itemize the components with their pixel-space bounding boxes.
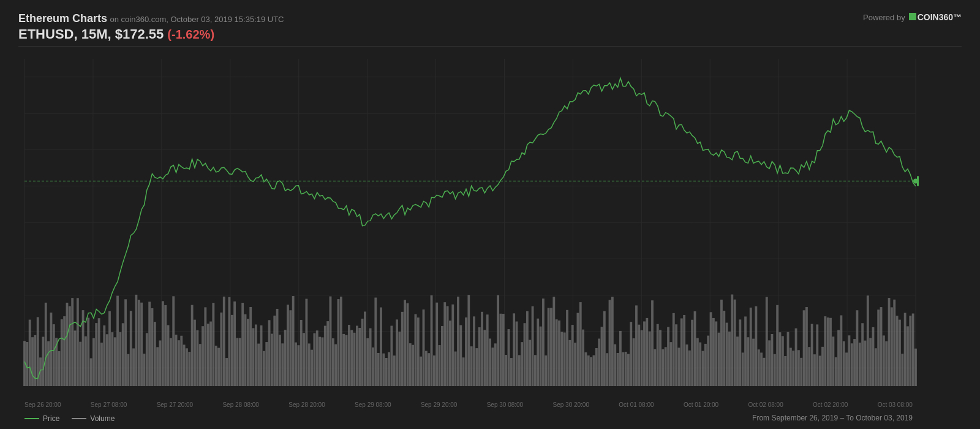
x-tick: Sep 27 08:00 xyxy=(91,401,127,408)
x-tick: Sep 28 20:00 xyxy=(288,401,325,408)
volume-legend-icon xyxy=(72,418,86,419)
x-tick: Sep 29 20:00 xyxy=(421,401,458,408)
ticker-info: ETHUSD, 15M, $172.55 (-1.62%) xyxy=(18,26,284,42)
powered-by: Powered by COIN360™ xyxy=(863,12,962,22)
coin360-logo: COIN360™ xyxy=(909,12,962,22)
chart-main xyxy=(18,53,919,398)
x-tick: Oct 02 08:00 xyxy=(748,401,783,408)
header: Ethereum Charts on coin360.com, October … xyxy=(18,12,962,42)
x-tick: Sep 28 08:00 xyxy=(222,401,259,408)
x-tick: Sep 29 08:00 xyxy=(355,401,391,408)
header-divider xyxy=(18,46,962,47)
x-tick: Oct 01 08:00 xyxy=(619,401,654,408)
price-legend-icon xyxy=(24,418,39,419)
bottom-row: Price Volume From September 26, 2019 – T… xyxy=(18,411,913,423)
x-tick: Oct 01 20:00 xyxy=(684,401,718,408)
x-tick: Oct 03 08:00 xyxy=(878,401,913,408)
chart-title: Ethereum Charts on coin360.com, October … xyxy=(18,12,284,25)
x-tick: Sep 30 08:00 xyxy=(487,401,524,408)
chart-area: Sep 26 20:00Sep 27 08:00Sep 27 20:00Sep … xyxy=(18,53,962,423)
x-tick: Sep 26 20:00 xyxy=(24,401,61,408)
chart-wrapper xyxy=(18,53,962,398)
x-tick: Sep 30 20:00 xyxy=(553,401,590,408)
x-axis: Sep 26 20:00Sep 27 08:00Sep 27 20:00Sep … xyxy=(24,398,913,411)
price-legend: Price xyxy=(24,414,59,423)
x-tick: Sep 27 20:00 xyxy=(157,401,194,408)
volume-legend: Volume xyxy=(72,414,115,423)
main-container: Ethereum Charts on coin360.com, October … xyxy=(0,0,980,429)
header-left: Ethereum Charts on coin360.com, October … xyxy=(18,12,284,42)
x-tick: Oct 02 20:00 xyxy=(813,401,848,408)
logo-square xyxy=(909,13,916,20)
legend: Price Volume xyxy=(24,414,115,423)
price-chart xyxy=(18,53,919,398)
date-range: From September 26, 2019 – To October 03,… xyxy=(752,414,913,422)
